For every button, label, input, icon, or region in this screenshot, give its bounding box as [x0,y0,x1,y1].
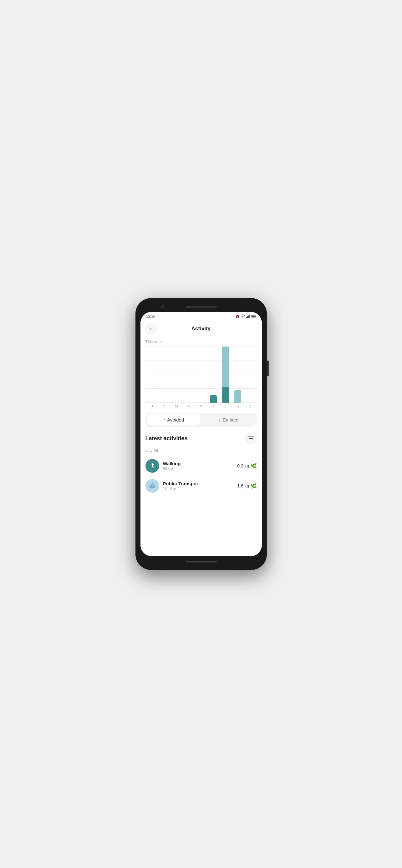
chart-area [145,346,257,403]
transit-emission-value: - 1.6 kg [235,484,249,488]
emitted-arrow-icon [218,417,221,423]
phone-screen: 13:16 🔇 ‹ Activity [141,312,262,556]
page-title: Activity [192,326,210,332]
walking-icon [149,462,156,469]
svg-rect-0 [246,317,247,318]
date-label: July 9th [145,448,257,453]
transit-info: Public Transport 10.9km [163,481,231,491]
walking-leaf-icon: 🌿 [251,463,257,469]
x-label-j2: J [210,404,217,408]
back-icon: ‹ [150,326,152,332]
transit-name: Public Transport [163,481,231,486]
bar-group-a2 [234,390,241,403]
activities-header: Latest activities [145,432,257,444]
x-label-f: F [161,404,168,408]
svg-point-16 [153,487,154,488]
transit-detail: 10.9km [163,486,231,491]
status-bar: 13:16 🔇 [141,312,262,320]
svg-rect-12 [151,485,152,486]
back-button[interactable]: ‹ [145,323,157,334]
transit-icon [149,483,156,489]
walking-emission: - 0.2 kg 🌿 [235,463,257,469]
bars-container [145,346,257,403]
signal-icon [246,314,250,319]
walking-detail: 988m [163,466,231,471]
x-label-m1: M [173,404,180,408]
phone-frame: 13:16 🔇 ‹ Activity [136,298,267,570]
emitted-button[interactable]: Emitted [202,414,256,426]
x-label-a2: A [234,404,241,408]
x-label-s: S [247,404,253,408]
svg-rect-6 [255,316,256,317]
emitted-label: Emitted [223,417,239,423]
mute-icon: 🔇 [236,315,239,318]
avoided-button[interactable]: Avoided [147,414,201,426]
toggle-row: Avoided Emitted [145,413,257,427]
svg-rect-3 [249,315,250,318]
phone-speaker [185,306,217,308]
phone-bottom [185,559,217,565]
filter-icon [248,436,254,440]
app-header: ‹ Activity [141,320,262,337]
x-label-m2: M [197,404,204,408]
activities-title: Latest activities [145,435,188,442]
svg-rect-5 [252,315,255,317]
chart-section: This year [141,337,262,408]
screen-content: ‹ Activity This year [141,320,262,556]
phone-camera [161,305,164,308]
x-label-j3: J [222,404,229,408]
svg-rect-17 [152,484,153,484]
chart-x-labels: J F M A M J J A S [145,404,257,408]
transit-emission: - 1.6 kg 🌿 [235,483,257,489]
avoided-label: Avoided [167,417,184,423]
list-item: Walking 988m - 0.2 kg 🌿 [145,456,257,476]
home-indicator[interactable] [185,561,217,562]
x-label-j1: J [149,404,155,408]
transit-icon-bg [145,479,159,493]
walking-icon-bg [145,459,159,473]
svg-rect-13 [152,485,153,486]
bar-group-j3 [222,346,229,403]
status-icons: 🔇 [236,314,256,319]
list-item: Public Transport 10.9km - 1.6 kg 🌿 [145,476,257,496]
phone-notch [141,303,262,311]
walking-emission-value: - 0.2 kg [235,463,249,468]
walking-name: Walking [163,461,231,466]
filter-button[interactable] [245,432,257,444]
status-time: 13:16 [146,314,155,319]
chart-period-label: This year [145,339,257,344]
svg-point-15 [150,487,151,488]
x-label-a1: A [185,404,192,408]
activities-section: Latest activities July 9th [141,431,262,497]
avoided-arrow-icon [163,417,166,423]
bar-group-j2 [210,395,217,403]
svg-rect-2 [248,316,249,318]
volume-button [267,361,269,376]
battery-icon [251,315,256,318]
wifi-icon [240,314,245,319]
svg-rect-1 [247,316,248,318]
transit-leaf-icon: 🌿 [251,483,257,489]
walking-info: Walking 988m [163,461,231,471]
svg-rect-11 [149,484,155,488]
svg-point-10 [151,463,153,464]
